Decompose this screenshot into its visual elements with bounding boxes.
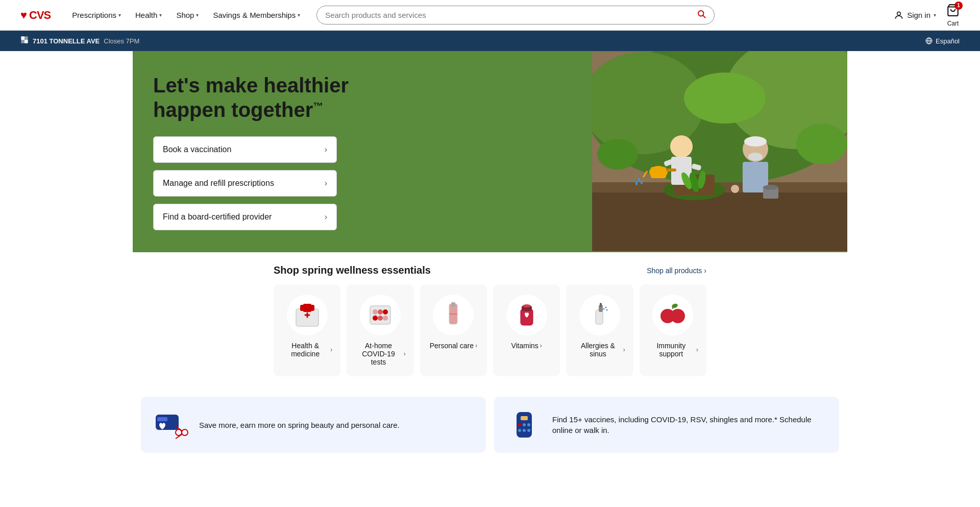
header-actions: Sign in ▾ 1 Cart	[894, 4, 960, 27]
svg-rect-73	[157, 417, 167, 421]
category-covid-tests[interactable]: At-home COVID-19 tests ›	[347, 284, 413, 376]
immunity-support-icon	[652, 295, 693, 335]
svg-rect-49	[370, 306, 390, 324]
nav-shop[interactable]: Shop ▾	[170, 7, 205, 23]
chevron-right-icon: ›	[325, 212, 327, 222]
chevron-down-icon: ▾	[298, 12, 300, 18]
search-input[interactable]	[325, 11, 697, 19]
shop-wrapper: Shop spring wellness essentials Shop all…	[133, 252, 847, 389]
chevron-down-icon: ▾	[159, 12, 162, 18]
svg-point-27	[638, 178, 640, 182]
svg-point-29	[635, 181, 638, 185]
sign-in-button[interactable]: Sign in ▾	[894, 10, 936, 20]
health-medicine-icon	[287, 295, 328, 335]
promo-beauty-savings[interactable]: Save more, earn more on spring beauty an…	[141, 397, 486, 453]
shop-grid: Health & medicine ›	[274, 284, 706, 376]
espanol-button[interactable]: Español	[925, 37, 960, 45]
svg-point-75	[182, 429, 188, 436]
vaccines-icon	[506, 407, 542, 443]
chevron-right-icon: ›	[696, 346, 698, 353]
cart-button[interactable]: 1 Cart	[946, 4, 960, 27]
svg-rect-25	[666, 168, 676, 172]
svg-point-37	[763, 185, 778, 190]
globe-icon	[925, 37, 933, 44]
svg-point-66	[605, 307, 606, 308]
svg-point-41	[597, 139, 638, 170]
search-button[interactable]	[697, 9, 706, 21]
cart-label: Cart	[947, 20, 959, 27]
svg-rect-62	[596, 310, 603, 324]
cvs-logo[interactable]: ♥ CVS	[20, 9, 51, 22]
svg-point-52	[383, 309, 388, 315]
category-immunity-support[interactable]: Immunity support ›	[640, 284, 706, 376]
chevron-right-icon: ›	[704, 267, 706, 275]
chevron-down-icon: ▾	[196, 12, 199, 18]
svg-rect-24	[651, 167, 666, 178]
svg-point-83	[518, 429, 521, 432]
svg-point-51	[378, 309, 383, 315]
search-bar	[316, 6, 715, 25]
store-location-icon	[20, 36, 29, 44]
covid-tests-icon	[360, 295, 401, 335]
main-nav: Prescriptions ▾ Health ▾ Shop ▾ Savings …	[66, 7, 306, 23]
logo-heart-icon: ♥	[20, 9, 27, 22]
store-name: 7101 TONNELLE AVE	[33, 37, 100, 45]
immunity-support-label: Immunity support ›	[648, 342, 698, 358]
promo-vaccines[interactable]: Find 15+ vaccines, including COVID-19, R…	[494, 397, 839, 453]
svg-point-34	[731, 185, 739, 193]
nav-health[interactable]: Health ▾	[129, 7, 168, 23]
svg-rect-57	[451, 302, 455, 306]
category-vitamins[interactable]: Vitamins ›	[493, 284, 560, 376]
svg-point-53	[373, 316, 378, 321]
store-bar: 7101 TONNELLE AVE Closes 7PM Español	[0, 31, 980, 51]
hero-links: Book a vaccination › Manage and refill p…	[153, 136, 572, 230]
vaccines-text: Find 15+ vaccines, including COVID-19, R…	[552, 414, 827, 436]
shop-section: Shop spring wellness essentials Shop all…	[265, 252, 715, 389]
chevron-down-icon: ▾	[118, 12, 121, 18]
svg-point-28	[641, 180, 643, 184]
logo-text: CVS	[29, 9, 51, 22]
hero-title: Let's make healthierhappen together™	[153, 73, 572, 122]
svg-point-85	[527, 429, 530, 432]
nav-savings[interactable]: Savings & Memberships ▾	[207, 7, 306, 23]
shop-section-title: Shop spring wellness essentials	[274, 264, 431, 276]
shop-header: Shop spring wellness essentials Shop all…	[274, 264, 706, 276]
svg-point-82	[527, 423, 530, 426]
category-personal-care[interactable]: Personal care ›	[420, 284, 487, 376]
chevron-right-icon: ›	[623, 346, 625, 353]
svg-rect-6	[21, 40, 24, 43]
store-hours: Closes 7PM	[104, 37, 139, 45]
health-medicine-label: Health & medicine ›	[282, 342, 332, 358]
svg-rect-4	[21, 36, 24, 40]
header: ♥ CVS Prescriptions ▾ Health ▾ Shop ▾ Sa…	[0, 0, 980, 31]
svg-point-32	[744, 136, 767, 147]
user-icon	[894, 10, 904, 20]
svg-line-1	[703, 15, 705, 17]
allergies-sinus-icon	[579, 295, 620, 335]
hero-image	[592, 51, 847, 252]
book-vaccination-button[interactable]: Book a vaccination ›	[153, 136, 337, 163]
manage-prescriptions-button[interactable]: Manage and refill prescriptions ›	[153, 170, 337, 197]
chevron-right-icon: ›	[325, 179, 327, 188]
beauty-savings-icon	[153, 407, 189, 443]
find-provider-button[interactable]: Find a board-certified provider ›	[153, 204, 337, 230]
svg-point-84	[523, 429, 526, 432]
category-health-medicine[interactable]: Health & medicine ›	[274, 284, 340, 376]
personal-care-icon	[433, 295, 474, 335]
vitamins-label: Vitamins ›	[511, 342, 542, 350]
category-allergies-sinus[interactable]: Allergies & sinus ›	[566, 284, 633, 376]
cart-count-badge: 1	[954, 2, 963, 10]
svg-point-19	[670, 135, 693, 158]
vitamins-icon	[506, 295, 547, 335]
store-info[interactable]: 7101 TONNELLE AVE Closes 7PM	[20, 36, 139, 46]
svg-rect-5	[24, 36, 28, 40]
svg-point-33	[748, 153, 763, 161]
svg-point-67	[606, 309, 607, 311]
chevron-right-icon: ›	[330, 346, 332, 353]
nav-prescriptions[interactable]: Prescriptions ▾	[66, 7, 127, 23]
chevron-down-icon: ▾	[934, 12, 936, 18]
personal-care-label: Personal care ›	[430, 342, 477, 350]
svg-point-43	[684, 73, 766, 124]
svg-point-61	[523, 304, 531, 307]
shop-all-products-link[interactable]: Shop all products ›	[647, 267, 706, 275]
